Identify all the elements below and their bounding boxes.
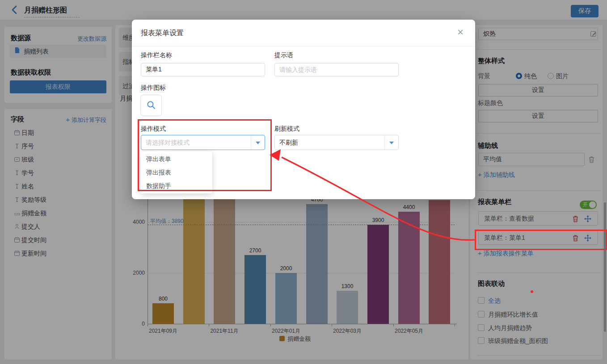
close-icon[interactable]: × (457, 26, 464, 38)
annotation-rect-action-mode (138, 119, 272, 191)
annotation-rect-menu-item (475, 230, 607, 250)
action-icon-picker[interactable] (140, 95, 162, 116)
refresh-mode-value: 不刷新 (279, 139, 298, 147)
report-designer-app: 月捐赠柱形图 保存 数据源 更改数据源 捐赠列表 数据获取权限 报表权限 字段 … (0, 0, 607, 364)
refresh-mode-label: 刷新模式 (274, 125, 299, 133)
modal-title: 报表菜单设置 (141, 29, 184, 38)
action-name-label: 操作栏名称 (141, 51, 172, 59)
action-name-input[interactable] (141, 63, 265, 76)
refresh-mode-select[interactable]: 不刷新 (274, 135, 399, 150)
tip-label: 提示语 (274, 51, 293, 59)
tip-input[interactable] (274, 63, 399, 76)
search-icon (146, 100, 156, 111)
chevron-down-icon (389, 142, 394, 144)
select-caret-box (384, 135, 398, 150)
action-icon-label: 操作图标 (141, 84, 166, 92)
divider (132, 46, 475, 46)
